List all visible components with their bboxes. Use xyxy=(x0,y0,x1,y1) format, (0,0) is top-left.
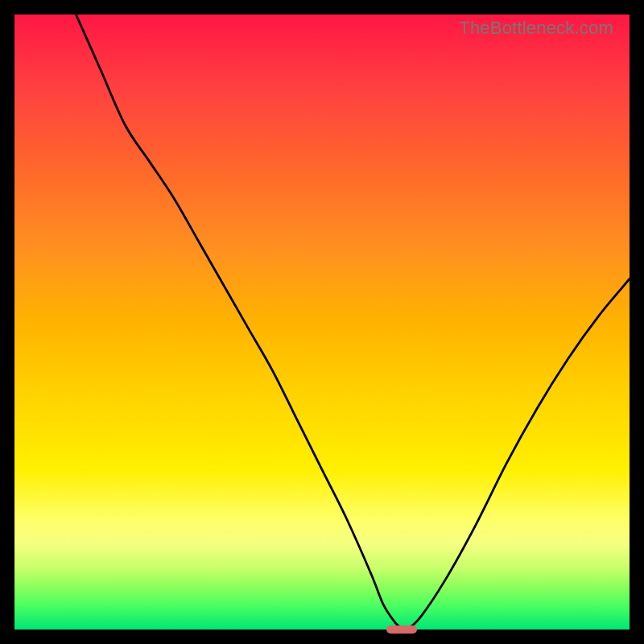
chart-frame: TheBottleneck.com xyxy=(0,0,644,644)
plot-area: TheBottleneck.com xyxy=(14,14,630,630)
curve-svg xyxy=(14,14,630,630)
minimum-marker xyxy=(386,625,417,633)
bottleneck-curve xyxy=(76,14,630,629)
